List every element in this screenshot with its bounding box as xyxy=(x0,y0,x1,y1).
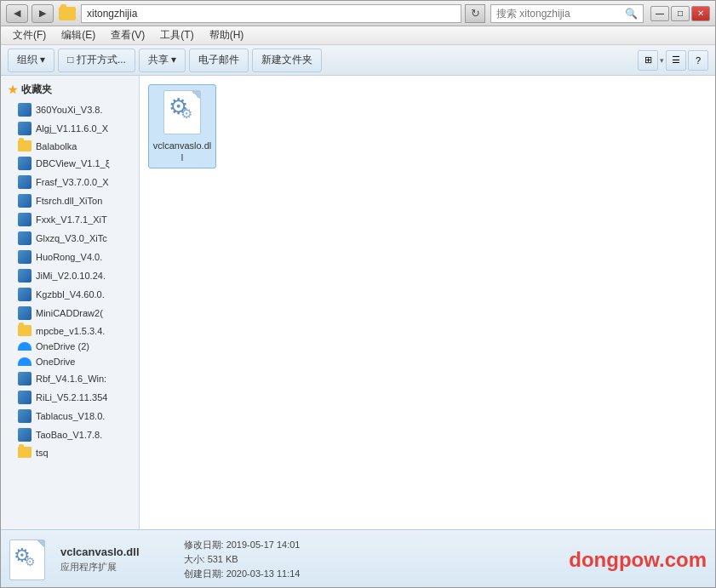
status-modified-row: 修改日期: 2019-05-17 14:01 xyxy=(184,539,301,551)
sidebar-item-onedrive2[interactable]: OneDrive (2) xyxy=(1,339,139,354)
window-controls[interactable]: — □ ✕ xyxy=(650,6,710,21)
status-gear-small-icon: ⚙ xyxy=(25,555,36,568)
onedrive-icon xyxy=(18,357,32,366)
status-modified-label: 修改日期: xyxy=(184,539,224,550)
sidebar-item-label: HuoRong_V4.0. xyxy=(36,252,102,262)
maximize-button[interactable]: □ xyxy=(671,6,690,21)
address-bar[interactable]: xitongzhijia xyxy=(81,4,461,23)
search-bar[interactable]: 🔍 xyxy=(490,4,644,23)
menu-view[interactable]: 查看(V) xyxy=(104,26,152,44)
menu-edit[interactable]: 编辑(E) xyxy=(54,26,102,44)
menu-tools[interactable]: 工具(T) xyxy=(153,26,200,44)
status-created-row: 创建日期: 2020-03-13 11:14 xyxy=(184,568,301,580)
status-details: 修改日期: 2019-05-17 14:01 大小: 531 KB 创建日期: … xyxy=(184,539,301,580)
new-folder-button[interactable]: 新建文件夹 xyxy=(252,49,322,72)
sidebar-item-label: Glxzq_V3.0_XiTc xyxy=(36,233,107,243)
sidebar-item-label: OneDrive (2) xyxy=(36,341,89,351)
app-icon-tablacus xyxy=(18,409,32,423)
sidebar-item-minicad[interactable]: MiniCADDraw2( xyxy=(1,304,139,323)
search-input[interactable] xyxy=(496,8,625,20)
favorites-header[interactable]: ★ 收藏夹 xyxy=(1,79,139,100)
file-item-vclcanvaslo[interactable]: ⚙ ⚙ vclcanvaslo.dll xyxy=(148,84,216,168)
sidebar-item-huorong[interactable]: HuoRong_V4.0. xyxy=(1,248,139,266)
sidebar-item-balabolka[interactable]: Balabolka xyxy=(1,138,139,154)
status-watermark: dongpow.com xyxy=(569,548,707,572)
sidebar-item-onedrive[interactable]: OneDrive xyxy=(1,354,139,369)
sidebar-item-tsq[interactable]: tsq xyxy=(1,444,139,460)
search-icon[interactable]: 🔍 xyxy=(625,8,638,20)
sidebar-item-kgzbbl[interactable]: Kgzbbl_V4.60.0. xyxy=(1,285,139,304)
sidebar-item-label: Kgzbbl_V4.60.0. xyxy=(36,289,105,300)
sidebar-item-label: MiniCADDraw2( xyxy=(36,308,103,318)
minimize-button[interactable]: — xyxy=(650,6,669,21)
close-button[interactable]: ✕ xyxy=(691,6,710,21)
title-bar: ◀ ▶ xitongzhijia ↻ 🔍 — □ ✕ xyxy=(1,1,715,26)
app-icon-kgzbbl xyxy=(18,288,32,301)
sidebar-item-360youxi[interactable]: 360YouXi_V3.8. xyxy=(1,100,139,119)
menu-bar: 文件(F) 编辑(E) 查看(V) 工具(T) 帮助(H) xyxy=(1,26,715,45)
sidebar-item-label: TaoBao_V1.7.8. xyxy=(36,430,102,440)
sidebar-item-rili[interactable]: RiLi_V5.2.11.354 xyxy=(1,388,139,407)
app-icon-jimi xyxy=(18,269,32,283)
organize-button[interactable]: 组织 ▾ xyxy=(8,49,54,72)
sidebar-item-label: 360YouXi_V3.8. xyxy=(36,105,103,115)
sidebar-item-fxxk[interactable]: Fxxk_V1.7.1_XiT xyxy=(1,210,139,229)
status-created-label: 创建日期: xyxy=(184,568,224,579)
status-size-value: 531 KB xyxy=(208,554,238,564)
open-button[interactable]: □ 打开方式... xyxy=(58,49,135,72)
favorites-label: 收藏夹 xyxy=(21,83,52,97)
menu-help[interactable]: 帮助(H) xyxy=(203,26,251,44)
view-toggle-button[interactable]: ⊞ xyxy=(638,50,658,71)
sidebar-item-dbcview[interactable]: DBCView_V1.1_ξ xyxy=(1,154,139,173)
share-button[interactable]: 共享 ▾ xyxy=(139,49,186,72)
sidebar-item-tablacus[interactable]: Tablacus_V18.0. xyxy=(1,407,139,425)
file-area: ⚙ ⚙ vclcanvaslo.dll xyxy=(140,76,715,529)
sidebar-item-label: tsq xyxy=(36,448,49,458)
nav-buttons[interactable]: ◀ ▶ xyxy=(6,4,54,23)
sidebar-item-label: mpcbe_v1.5.3.4. xyxy=(36,326,105,336)
sidebar-item-label: Balabolka xyxy=(36,141,77,151)
help-button[interactable]: ? xyxy=(688,50,708,71)
sidebar-item-taobao[interactable]: TaoBao_V1.7.8. xyxy=(1,425,139,444)
sidebar-item-frasf[interactable]: Frasf_V3.7.0.0_X xyxy=(1,173,139,191)
star-icon: ★ xyxy=(8,83,18,96)
status-file-icon: ⚙ ⚙ xyxy=(9,539,50,580)
sidebar-item-ftsrch[interactable]: Ftsrch.dll_XiTon xyxy=(1,191,139,210)
sidebar-item-mpcbe[interactable]: mpcbe_v1.5.3.4. xyxy=(1,323,139,339)
folder-icon-mpcbe xyxy=(18,325,32,336)
address-text: xitongzhijia xyxy=(87,8,455,20)
app-icon-fxxk xyxy=(18,213,32,226)
folder-icon-balabolka xyxy=(18,140,32,151)
status-created-value: 2020-03-13 11:14 xyxy=(226,568,301,579)
status-filename: vclcanvaslo.dll xyxy=(60,545,140,558)
back-button[interactable]: ◀ xyxy=(6,4,28,23)
sidebar-item-rbf[interactable]: Rbf_V4.1.6_Win: xyxy=(1,369,139,388)
details-view-button[interactable]: ☰ xyxy=(666,50,686,71)
app-icon-frasf xyxy=(18,175,32,189)
app-icon-minicad xyxy=(18,306,32,320)
status-size-row: 大小: 531 KB xyxy=(184,553,301,566)
status-size-label: 大小: xyxy=(184,554,205,564)
app-icon-taobao xyxy=(18,428,32,442)
sidebar-item-label: Frasf_V3.7.0.0_X xyxy=(36,177,109,187)
forward-button[interactable]: ▶ xyxy=(32,4,54,23)
refresh-button[interactable]: ↻ xyxy=(465,4,485,23)
sidebar-item-label: Fxxk_V1.7.1_XiT xyxy=(36,214,107,225)
sidebar-item-algj[interactable]: Algj_V1.11.6.0_X xyxy=(1,119,139,138)
app-icon-algj xyxy=(18,122,32,135)
gear-small-icon: ⚙ xyxy=(180,107,192,121)
sidebar-item-label: DBCView_V1.1_ξ xyxy=(36,158,110,168)
email-button[interactable]: 电子邮件 xyxy=(189,49,249,72)
view-dropdown-arrow[interactable]: ▾ xyxy=(660,56,664,65)
folder-icon-tsq xyxy=(18,447,32,458)
sidebar-item-jimi[interactable]: JiMi_V2.0.10.24. xyxy=(1,266,139,285)
app-icon-rili xyxy=(18,391,32,404)
view-buttons: ⊞ ▾ ☰ ? xyxy=(638,50,708,71)
app-icon-rbf xyxy=(18,372,32,385)
dll-file-icon: ⚙ ⚙ xyxy=(162,88,203,136)
sidebar-item-glxzq[interactable]: Glxzq_V3.0_XiTc xyxy=(1,229,139,248)
menu-file[interactable]: 文件(F) xyxy=(6,26,53,44)
sidebar-item-label: RiLi_V5.2.11.354 xyxy=(36,392,107,402)
sidebar-item-label: Rbf_V4.1.6_Win: xyxy=(36,374,106,384)
app-icon-glxzq xyxy=(18,231,32,245)
